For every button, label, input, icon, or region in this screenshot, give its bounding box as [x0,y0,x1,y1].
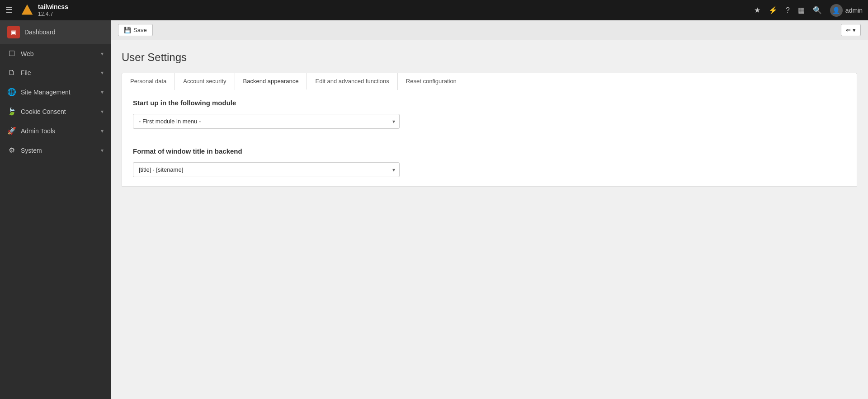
chevron-down-icon: ▾ [101,108,104,115]
web-icon: ☐ [7,49,16,58]
sidebar: ▣ Dashboard ☐ Web ▾ 🗋 File ▾ 🌐 Site Mana… [0,20,111,399]
sidebar-item-system[interactable]: ⚙ System ▾ [0,141,111,160]
window-title-section-title: Format of window title in backend [133,147,846,155]
startup-module-select[interactable]: - First module in menu - Dashboard Web F… [133,114,400,129]
share-chevron: ▾ [853,27,856,33]
bookmark-icon[interactable]: ★ [754,6,760,14]
startup-select-wrapper: - First module in menu - Dashboard Web F… [133,114,400,129]
sidebar-item-cookie-consent[interactable]: 🍃 Cookie Consent ▾ [0,102,111,121]
content-area: 💾 Save ⇐ ▾ User Settings Personal data A… [111,20,868,399]
bolt-icon[interactable]: ⚡ [769,6,778,14]
tools-icon: 🚀 [7,127,16,135]
avatar: 👤 [830,4,843,17]
sidebar-item-label: System [21,147,96,154]
main-layout: ▣ Dashboard ☐ Web ▾ 🗋 File ▾ 🌐 Site Mana… [0,20,868,399]
sidebar-item-label: File [21,69,96,76]
app-version: 12.4.7 [38,11,68,17]
hamburger-icon[interactable]: ☰ [5,5,13,15]
topbar: ☰ tailwincss 12.4.7 ★ ⚡ ? ▦ 🔍 👤 admin [0,0,868,20]
share-icon: ⇐ [846,27,851,33]
help-icon[interactable]: ? [786,6,790,14]
sidebar-item-dashboard[interactable]: ▣ Dashboard [0,20,111,44]
tab-reset-configuration[interactable]: Reset configuration [398,73,465,90]
app-info: tailwincss 12.4.7 [38,3,68,17]
window-title-select-wrapper: [title] · [sitename] [sitename] · [title… [133,162,400,177]
window-title-section: Format of window title in backend [title… [122,138,857,186]
save-button[interactable]: 💾 Save [118,24,153,36]
username-label: admin [845,7,863,14]
topbar-right: ★ ⚡ ? ▦ 🔍 👤 admin [754,4,863,17]
tab-edit-advanced[interactable]: Edit and advanced functions [307,73,397,90]
logo-icon [21,4,33,16]
page-title: User Settings [122,51,857,64]
toolbar: 💾 Save ⇐ ▾ [111,20,868,40]
tab-backend-appearance[interactable]: Backend appearance [235,73,307,90]
chevron-down-icon: ▾ [101,51,104,57]
app-name: tailwincss [38,3,68,11]
chevron-down-icon: ▾ [101,128,104,134]
share-button[interactable]: ⇐ ▾ [841,24,861,36]
window-title-format-select[interactable]: [title] · [sitename] [sitename] · [title… [133,162,400,177]
topbar-left: ☰ tailwincss 12.4.7 [5,3,68,17]
startup-section: Start up in the following module - First… [122,90,857,138]
sidebar-item-label: Web [21,50,96,57]
chevron-down-icon: ▾ [101,89,104,95]
page-content: User Settings Personal data Account secu… [111,40,868,399]
chevron-down-icon: ▾ [101,70,104,76]
sidebar-item-label: Cookie Consent [21,108,96,115]
sidebar-item-file[interactable]: 🗋 File ▾ [0,63,111,82]
startup-section-title: Start up in the following module [133,99,846,107]
table-icon[interactable]: ▦ [798,6,805,14]
sidebar-item-label: Site Management [21,89,96,96]
leaf-icon: 🍃 [7,107,16,116]
sidebar-item-admin-tools[interactable]: 🚀 Admin Tools ▾ [0,121,111,141]
chevron-down-icon: ▾ [101,147,104,154]
sidebar-item-site-management[interactable]: 🌐 Site Management ▾ [0,82,111,102]
tab-panel: Start up in the following module - First… [122,90,857,187]
tab-account-security[interactable]: Account security [175,73,235,90]
file-icon: 🗋 [7,69,16,77]
tabs: Personal data Account security Backend a… [122,73,857,90]
dashboard-icon: ▣ [7,26,20,38]
user-menu[interactable]: 👤 admin [830,4,863,17]
system-icon: ⚙ [7,146,16,155]
sidebar-item-label: Dashboard [24,28,104,36]
sidebar-item-label: Admin Tools [21,127,96,135]
search-icon[interactable]: 🔍 [813,6,822,14]
sidebar-item-web[interactable]: ☐ Web ▾ [0,44,111,63]
tab-personal-data[interactable]: Personal data [122,73,175,90]
save-icon: 💾 [124,27,131,33]
globe-icon: 🌐 [7,88,16,96]
